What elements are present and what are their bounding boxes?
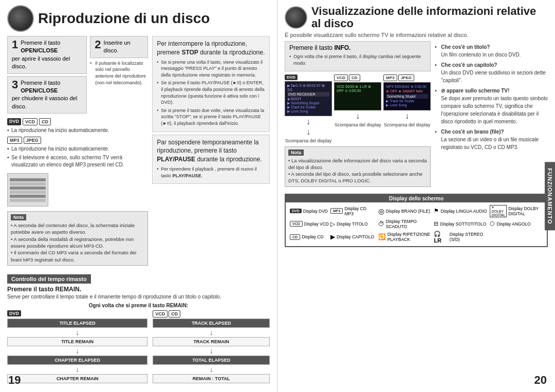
- nota-text-right: • La visualizzazione delle informazioni …: [288, 157, 427, 184]
- jpeg-badge: JPEG: [24, 137, 41, 144]
- vcd-display-badge: VCD: [290, 221, 303, 227]
- display-capitolo: ▶ Display CAPITOLO: [330, 233, 377, 240]
- cd-badge: CD: [39, 118, 51, 125]
- dvd-down-arrow2: ↓: [285, 127, 332, 137]
- info-box-title: Premere il tasto INFO.: [289, 44, 426, 51]
- cd-display-label: Display CD: [302, 234, 324, 239]
- tempo-display-icon: ⏱: [378, 220, 384, 228]
- right-main-content: Premere il tasto INFO. Ogni volta che si…: [285, 41, 548, 189]
- mp3-display-badge: MP3: [330, 208, 343, 214]
- display-section: Display dello schermo DVD Display DVD MP…: [285, 194, 548, 247]
- instr2-bullet: Per riprendere il playback , premere di …: [157, 166, 265, 179]
- mp3-screen-badge: MP3: [383, 74, 397, 81]
- step1-box: 1 Premere il tasto OPEN/CLOSEper aprire …: [7, 36, 87, 74]
- vcd-badge: VCD: [23, 118, 38, 125]
- flow-arrow3: ↓: [7, 366, 147, 373]
- funzionamento-tab: FUNZIONAMENTO: [545, 162, 555, 230]
- bullet-auto1: La riproduzione ha inizio automaticament…: [7, 127, 148, 134]
- bullet-auto2: La riproduzione ha inizio automaticament…: [7, 145, 148, 153]
- disc-icon-left: [7, 5, 34, 32]
- stereo-display-label: Display STEREO (S/D): [450, 232, 489, 242]
- flow-arrow4: ↓: [153, 329, 270, 336]
- instruction1-title: Per interrompere la riproduzione,premere…: [157, 40, 265, 57]
- vcd-screen: VCD 30/20 ⊕ 1 LR ⊗ OFF ⊙ 0:00:30: [334, 82, 381, 110]
- step2-box: 2 Inserire un disco.: [90, 36, 148, 58]
- mp3-down-arrow: ↓: [383, 111, 431, 121]
- info-bullet: Ogni volta che si preme il tasto, il dis…: [289, 53, 426, 66]
- nota-text1: • A seconda del contenuto del disco, la …: [11, 222, 144, 263]
- remain-text: Serve per controllare il tempo totale e …: [7, 294, 270, 300]
- bullet-tv: Se il televisore è acceso, sullo schermo…: [7, 154, 148, 169]
- step2-text: Inserire un disco.: [104, 40, 131, 53]
- dolby-display-label: Display DOLBY DIGITAL: [508, 206, 543, 216]
- lingua-display-label: Display LINGUA AUDIO: [440, 209, 487, 214]
- vcd-scomparsa: Scomparsa del display: [334, 122, 381, 127]
- page-number-left: 19: [8, 374, 21, 387]
- repeat-display-icon: 🔁: [378, 233, 386, 240]
- flow-area: DVD TITLE ELAPSED ↓ TITLE REMAIN ↓ CHAPT…: [7, 310, 270, 384]
- info-display-area: Premere il tasto INFO. Ogni volta che si…: [285, 41, 431, 189]
- vcd-screen-col: VCD CD VCD 30/20 ⊕ 1 LR ⊗ OFF ⊙ 0:00:30 …: [334, 74, 381, 143]
- display-stereo: 🎧 LR Display STEREO (S/D): [434, 231, 488, 244]
- display-angolo: ⬡ Display ANGOLO: [490, 220, 543, 227]
- vcd-cd-flow: VCD CD TRACK ELAPSED ↓ TRACK REMAIN ↓ TO…: [153, 310, 270, 384]
- vcd-display-label: Display VCD: [304, 221, 329, 227]
- disc-display-icon: ◎: [378, 207, 384, 215]
- dvd-flow: DVD TITLE ELAPSED ↓ TITLE REMAIN ↓ CHAPT…: [7, 310, 147, 384]
- dvd-scomparsa: Scomparsa del display: [285, 138, 332, 143]
- flow-arrow1: ↓: [7, 329, 147, 336]
- instr1-bullet1: Se si preme una volta il tasto, viene vi…: [157, 59, 265, 79]
- dvd-badge: DVD: [7, 118, 21, 125]
- flow-title-elapsed: TITLE ELAPSED: [7, 319, 147, 328]
- mp3-scomparsa: Scomparsa del display: [383, 122, 431, 127]
- instructions-column: Per interrompere la riproduzione,premere…: [152, 36, 270, 268]
- instr1-bullet3: Se si preme il tasto due volte, viene vi…: [157, 107, 265, 127]
- left-page-title: Riproduzione di un disco: [38, 11, 210, 27]
- mp3-display-label: Display CD MP3: [344, 206, 376, 216]
- mp3-screen: MP3 500/0042 ⊕ 0:00:00 ⊗ OFF ★ SMART NAV…: [383, 82, 431, 110]
- screen-row: DVD ▶ D▸0: 0 ⊕ 00:01:47 ⊠ S/1 DVD RECEIV…: [285, 74, 431, 143]
- page-number-right: 20: [534, 374, 547, 387]
- mp3-screen-image: [7, 173, 48, 207]
- flow-arrow2: ↓: [7, 347, 147, 354]
- flow-arrow6: ↓: [153, 366, 270, 373]
- mp3-screen-col: MP3 JPEG MP3 500/0042 ⊕ 0:00:00 ⊗ OFF ★ …: [383, 74, 431, 143]
- nota-box-right: Nota • La visualizzazione delle informaz…: [285, 146, 431, 187]
- angle-display-icon: ⬡: [490, 220, 495, 227]
- step1-text: Premere il tasto OPEN/CLOSEper aprire il…: [12, 40, 70, 69]
- left-title-area: Riproduzione di un disco: [7, 5, 270, 32]
- capitolo-display-label: Display CAPITOLO: [337, 234, 374, 239]
- dvd-display-label: Display DVD: [303, 209, 328, 214]
- display-title: Display dello schermo: [286, 195, 547, 202]
- display-sottotitolo: ⊟ Display SOTTOTITOLO: [434, 220, 488, 227]
- flow-chapter-elapsed: CHAPTER ELAPSED: [7, 356, 147, 365]
- note-schermo: ⊘ appare sullo schermo TV!Se dopo aver p…: [435, 87, 548, 125]
- display-ripetizione: 🔁 Display RIPETIZIONE PLAYBACK: [378, 232, 433, 242]
- flow-arrow5: ↓: [153, 347, 270, 354]
- display-cd: CD Display CD: [290, 234, 329, 240]
- dvd-display-badge: DVD: [290, 209, 302, 213]
- dvd-screen: ▶ D▸0: 0 ⊕ 00:01:47 ⊠ S/1 DVD RECEIVER ◈…: [285, 81, 332, 116]
- nota-label-right: Nota: [288, 150, 304, 156]
- right-page-title: Visualizzazione delle informazioni relat…: [311, 5, 548, 30]
- nota-box-left: Nota • A seconda del contenuto del disco…: [7, 211, 148, 266]
- vcd-flow-badge: VCD: [153, 310, 168, 318]
- dvd-down-arrow: ↓: [285, 117, 332, 126]
- flow-title-remain: TITLE REMAIN: [7, 337, 147, 346]
- display-mp3: MP3 Display CD MP3: [330, 206, 377, 216]
- nota-label: Nota: [11, 214, 26, 220]
- display-lingua: ⚑ Display LINGUA AUDIO: [434, 208, 488, 214]
- step3-box: 3 Premere il tasto OPEN/CLOSEper chiuder…: [7, 76, 87, 114]
- info-box: Premere il tasto INFO. Ogni volta che si…: [285, 41, 431, 71]
- instruction1-box: Per interrompere la riproduzione,premere…: [152, 36, 270, 132]
- dvd-screen-badge: DVD: [285, 74, 298, 80]
- steps-column: 1 Premere il tasto OPEN/CLOSEper aprire …: [7, 36, 148, 268]
- flow-track-elapsed: TRACK ELAPSED: [153, 319, 270, 328]
- mp3-badges: MP3 JPEG: [7, 137, 148, 144]
- vcd-screen-badge: VCD: [334, 74, 348, 81]
- step2-note: Il pulsante è localizzato solo nel panne…: [90, 60, 148, 86]
- right-notes-area: Che cos'è un titolo?Un film contenuto in…: [435, 41, 548, 189]
- titolo-display-icon: ▷: [330, 220, 335, 228]
- controllo-section: Controllo del tempo rimasto Premere il t…: [7, 271, 270, 384]
- display-dvd: DVD Display DVD: [290, 209, 329, 214]
